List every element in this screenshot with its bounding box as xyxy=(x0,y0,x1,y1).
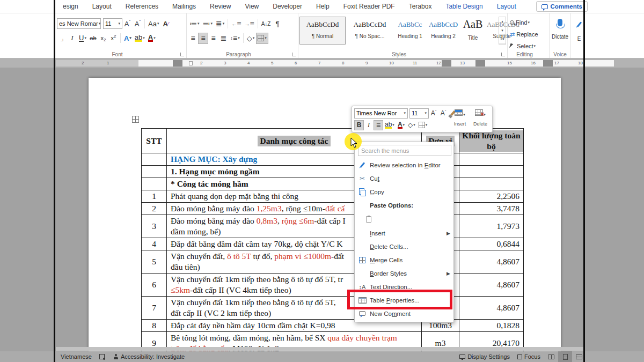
stt-cell[interactable]: 7 xyxy=(142,297,167,320)
styles-dialog-launcher[interactable] xyxy=(501,53,505,56)
bullets-button[interactable]: ≔▾ xyxy=(188,18,201,29)
menu-item-paste-options[interactable]: Paste Options: xyxy=(355,198,453,212)
decrease-indent-button[interactable]: ←≡ xyxy=(230,18,243,29)
language-status[interactable]: Vietnamese xyxy=(57,351,96,362)
text-effects-button[interactable]: A▾ xyxy=(122,33,133,44)
underline-button[interactable]: U▾ xyxy=(77,33,88,44)
focus-button[interactable]: Focus xyxy=(514,351,544,362)
style-card--no-spac-[interactable]: AaBbCcDd¶ No Spac... xyxy=(347,17,393,45)
shrink-font-button[interactable]: Aˇ xyxy=(133,18,143,29)
ribbon-tab-developer[interactable]: Developer xyxy=(266,0,309,13)
menu-item-copy[interactable]: Copy xyxy=(355,185,453,198)
sort-button[interactable]: A↓Z xyxy=(260,18,273,29)
shading-button[interactable]: ◇▾ xyxy=(245,33,257,44)
mini-borders-button[interactable]: ▾ xyxy=(417,120,429,130)
ruler-indent-marker[interactable] xyxy=(189,61,193,65)
stt-cell[interactable]: 1 xyxy=(142,190,167,203)
borders-button[interactable]: ▾ xyxy=(256,33,268,44)
align-left-button[interactable]: ≡ xyxy=(188,33,198,44)
mini-insert-button[interactable]: ▾ Insert xyxy=(450,108,470,127)
ruler-column-marker[interactable] xyxy=(442,60,451,67)
menu-item-insert[interactable]: Insert▶ xyxy=(355,226,453,240)
quantity-cell[interactable]: 1,7973 xyxy=(459,215,524,238)
replace-button[interactable]: ⇄Replace xyxy=(508,28,549,40)
quantity-cell[interactable] xyxy=(459,166,524,178)
mini-bold-button[interactable]: B xyxy=(354,120,364,130)
ribbon-tab-esign[interactable]: esign xyxy=(56,0,85,13)
accessibility-status[interactable]: Accessibility: Investigate xyxy=(109,351,188,362)
horizontal-scrollbar[interactable] xyxy=(56,347,584,351)
subscript-button[interactable]: x2 xyxy=(98,33,108,44)
stt-cell[interactable]: 2 xyxy=(142,203,167,215)
mini-highlight-button[interactable]: ab▾ xyxy=(383,120,396,130)
stt-cell[interactable]: 4 xyxy=(142,238,167,250)
stt-cell[interactable]: 8 xyxy=(142,320,167,332)
mini-font-size-combo[interactable]: 11▾ xyxy=(409,108,429,119)
ribbon-tab-table-design[interactable]: Table Design xyxy=(438,0,489,13)
stt-cell[interactable]: 3 xyxy=(142,215,167,238)
font-color-button[interactable]: A▾ xyxy=(147,33,157,44)
style-card-heading-1[interactable]: AaBbCcHeading 1 xyxy=(394,17,426,45)
quantity-cell[interactable]: 4,8607 xyxy=(459,274,524,297)
horizontal-ruler[interactable]: 21234567891011121315161718 xyxy=(56,60,584,67)
menu-item-text-direction[interactable]: ↕AText Direction... xyxy=(355,280,453,293)
quantity-table[interactable]: STTDanh mục công tácĐơn vịKhối lượng toà… xyxy=(141,128,524,351)
macro-record-button[interactable] xyxy=(96,351,109,362)
quantity-cell[interactable] xyxy=(459,178,524,190)
grow-font-button[interactable]: Aˆ xyxy=(122,18,133,29)
paragraph-marks-button[interactable]: ¶ xyxy=(272,18,282,29)
menu-item-border-styles[interactable]: Border Styles▶ xyxy=(355,267,453,280)
stt-cell[interactable] xyxy=(142,153,167,166)
mini-italic-button[interactable]: I xyxy=(364,120,374,130)
document-area[interactable]: STTDanh mục công tácĐơn vịKhối lượng toà… xyxy=(0,68,644,351)
menu-item-clipboard[interactable] xyxy=(355,212,453,226)
menu-item-new-comment[interactable]: New Comment xyxy=(355,307,453,320)
style-card-title[interactable]: AaBTitle xyxy=(460,17,485,45)
mini-font-color-button[interactable]: A▾ xyxy=(396,120,406,130)
ruler-column-marker[interactable] xyxy=(475,60,485,67)
menu-item-table-properties[interactable]: Table Properties... xyxy=(355,293,453,307)
style-card-heading-2[interactable]: AaBbCcDHeading 2 xyxy=(427,17,459,45)
change-case-button[interactable]: Aa▾ xyxy=(147,18,160,29)
mini-align-button[interactable]: ≡ xyxy=(374,120,383,130)
mini-delete-button[interactable]: ▾ Delete xyxy=(471,108,490,127)
quantity-cell[interactable] xyxy=(459,153,524,166)
style-card--normal[interactable]: AaBbCcDd¶ Normal xyxy=(299,17,346,45)
justify-button[interactable]: ≣ xyxy=(218,33,229,44)
stt-cell[interactable] xyxy=(142,166,167,178)
font-dialog-launcher[interactable] xyxy=(180,53,184,56)
stt-cell[interactable] xyxy=(142,178,167,190)
display-settings-button[interactable]: Display Settings xyxy=(456,351,514,362)
ruler-column-marker[interactable] xyxy=(543,60,553,67)
line-spacing-button[interactable]: ↕≡▾ xyxy=(229,33,241,44)
align-center-button[interactable]: ≡ xyxy=(198,33,208,44)
ribbon-tab-view[interactable]: View xyxy=(238,0,266,13)
quantity-cell[interactable]: 4,8607 xyxy=(459,297,524,320)
ribbon-tab-foxit-reader-pdf[interactable]: Foxit Reader PDF xyxy=(336,0,402,13)
quantity-cell[interactable]: 0,1828 xyxy=(459,320,524,332)
stt-cell[interactable]: 5 xyxy=(142,250,167,274)
menu-item-merge-cells[interactable]: Merge Cells xyxy=(355,253,453,267)
styles-gallery-scroll[interactable]: ▴▾≡▾ xyxy=(499,17,506,45)
increase-indent-button[interactable]: →≡ xyxy=(243,18,255,29)
menu-item-cut[interactable]: ✂Cut xyxy=(355,172,453,185)
quantity-cell[interactable]: 0,6844 xyxy=(459,238,524,250)
ribbon-tab-references[interactable]: References xyxy=(119,0,165,13)
font-name-combo[interactable]: es New Romar▾ xyxy=(57,18,101,29)
find-button[interactable]: Find▾ xyxy=(508,17,549,28)
multilevel-list-button[interactable]: ≣▾ xyxy=(214,18,226,29)
read-mode-button[interactable] xyxy=(544,351,558,362)
quantity-cell[interactable]: 4,8607 xyxy=(459,250,524,274)
stt-cell[interactable]: 6 xyxy=(142,274,167,297)
menu-item-delete-cells[interactable]: Delete Cells... xyxy=(355,240,453,253)
select-button[interactable]: Select▾ xyxy=(508,40,549,52)
numbering-button[interactable]: ≕▾ xyxy=(201,18,215,29)
strikethrough-button[interactable]: ab xyxy=(88,33,98,44)
ribbon-tab-terabox[interactable]: Terabox xyxy=(402,0,439,13)
ribbon-tab-layout[interactable]: Layout xyxy=(85,0,119,13)
ruler-column-marker[interactable] xyxy=(173,60,182,67)
dictate-button[interactable]: Dictate xyxy=(550,19,570,40)
mini-font-name-combo[interactable]: Times New Ror▾ xyxy=(354,108,408,119)
menu-item-review-selection-in-editor[interactable]: Review selection in Editor xyxy=(355,158,453,172)
align-right-button[interactable]: ≡ xyxy=(208,33,218,44)
